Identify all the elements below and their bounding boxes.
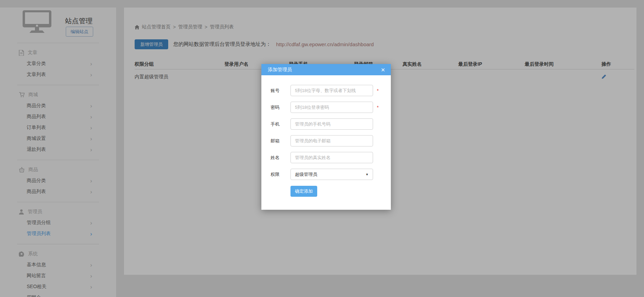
permission-label: 权限	[271, 171, 290, 178]
field-row-account: 账号 *	[271, 85, 387, 96]
phone-input[interactable]	[290, 118, 373, 130]
field-row-phone: 手机	[271, 118, 387, 130]
field-row-password: 密码 *	[271, 102, 387, 113]
phone-label: 手机	[271, 121, 290, 127]
required-asterisk: *	[377, 105, 379, 110]
field-row-name: 姓名	[271, 152, 387, 163]
account-input[interactable]	[290, 85, 373, 96]
confirm-add-button[interactable]: 确定添加	[290, 186, 317, 197]
required-asterisk: *	[377, 88, 379, 93]
add-admin-modal: 添加管理员 × 账号 * 密码 * 手机 邮箱 姓名 权限 超级管理员 ▼ 确定…	[261, 64, 391, 210]
permission-select[interactable]: 超级管理员 ▼	[290, 169, 373, 180]
close-icon[interactable]: ×	[381, 66, 385, 73]
password-label: 密码	[271, 104, 290, 111]
modal-title: 添加管理员	[268, 67, 292, 73]
account-label: 账号	[271, 88, 290, 94]
name-input[interactable]	[290, 152, 373, 163]
email-input[interactable]	[290, 135, 373, 146]
name-label: 姓名	[271, 155, 290, 161]
chevron-down-icon: ▼	[366, 173, 369, 176]
email-label: 邮箱	[271, 138, 290, 144]
password-input[interactable]	[290, 102, 373, 113]
permission-selected-value: 超级管理员	[295, 171, 317, 178]
modal-header: 添加管理员 ×	[261, 64, 391, 75]
field-row-permission: 权限 超级管理员 ▼	[271, 169, 387, 180]
field-row-email: 邮箱	[271, 135, 387, 146]
